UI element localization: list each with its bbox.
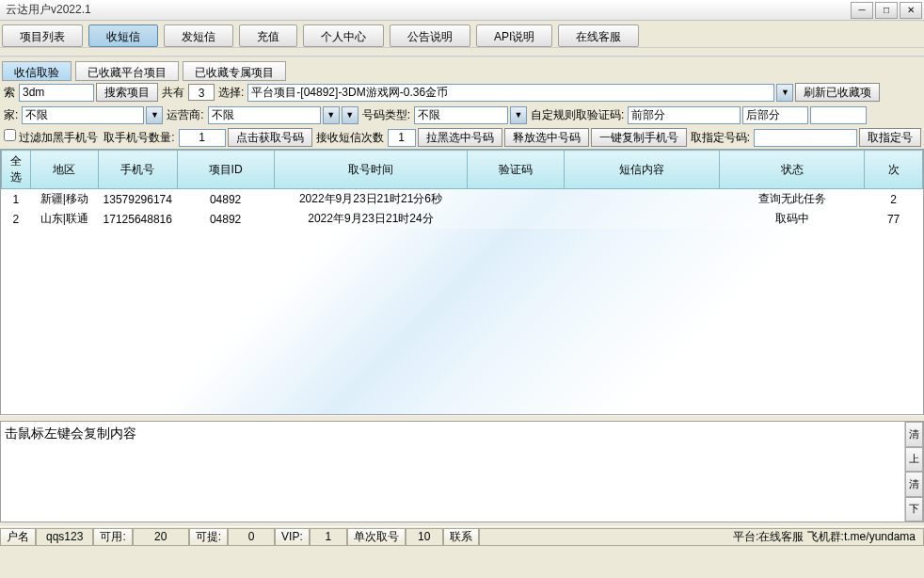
side-clear-1[interactable]: 清	[905, 422, 923, 447]
cell-pid: 04892	[177, 189, 274, 210]
side-down[interactable]: 下	[905, 497, 923, 522]
col-time[interactable]: 取号时间	[274, 151, 468, 189]
get-count-label: 取手机号数量:	[102, 130, 176, 146]
tab-send-sms[interactable]: 发短信	[164, 24, 233, 47]
blacklist-button[interactable]: 拉黑选中号码	[418, 128, 502, 147]
side-buttons: 清 上 清 下	[904, 422, 923, 522]
region-dropdown-icon[interactable]: ▼	[146, 106, 163, 124]
col-msg[interactable]: 短信内容	[565, 151, 720, 189]
tab-announce[interactable]: 公告说明	[390, 24, 470, 47]
custom-rule-back[interactable]	[742, 106, 808, 124]
cell-status: 取码中	[719, 209, 864, 229]
specific-label: 取指定号码:	[689, 130, 752, 146]
custom-rule-extra[interactable]	[810, 106, 867, 124]
cell-phone: 17125648816	[98, 209, 177, 229]
cell-status: 查询无此任务	[719, 189, 864, 210]
cell-phone: 13579296174	[98, 189, 177, 210]
search-row: 索 搜索项目 共有 3 选择: ▼ 刷新已收藏项	[0, 81, 924, 104]
filter-row: 家: ▼ 运营商: ▼ ▼ 号码类型: ▼ 自定规则取验证码:	[0, 104, 924, 126]
search-label: 索	[2, 85, 17, 101]
close-button[interactable]: ✕	[900, 2, 922, 19]
col-status[interactable]: 状态	[719, 151, 864, 189]
project-dropdown-icon[interactable]: ▼	[776, 84, 793, 102]
status-avail-value: 20	[133, 528, 189, 546]
side-clear-2[interactable]: 清	[905, 472, 923, 497]
tab-personal[interactable]: 个人中心	[303, 24, 384, 47]
cell-code	[468, 209, 565, 229]
custom-rule-front[interactable]	[628, 106, 741, 124]
title-bar: 云达用户v2022.1 ─ □ ✕	[0, 0, 924, 21]
total-label: 共有	[160, 85, 186, 101]
cell-count: 77	[865, 209, 923, 229]
custom-rule-label: 自定规则取验证码:	[529, 107, 626, 123]
get-number-button[interactable]: 点击获取号码	[228, 128, 312, 147]
tab-receive-sms[interactable]: 收短信	[88, 24, 158, 47]
side-up[interactable]: 上	[905, 447, 923, 473]
status-avail-label[interactable]: 可用:	[93, 528, 132, 546]
sub-tabs: 收信取验 已收藏平台项目 已收藏专属项目	[0, 56, 924, 81]
cell-idx: 2	[2, 209, 31, 229]
get-specific-button[interactable]: 取指定号	[859, 128, 921, 147]
tab-recharge[interactable]: 充值	[239, 24, 297, 47]
operator-select[interactable]	[208, 106, 321, 124]
tab-project-list[interactable]: 项目列表	[2, 24, 83, 47]
operator-label: 运营商:	[165, 107, 205, 123]
search-button[interactable]: 搜索项目	[96, 83, 158, 102]
status-vip-label[interactable]: VIP:	[275, 528, 310, 546]
region-label: 家:	[2, 107, 20, 123]
cell-region: 山东|联通	[30, 209, 98, 229]
table-row[interactable]: 1新疆|移动13579296174048922022年9月23日21时21分6秒…	[2, 189, 923, 210]
release-button[interactable]: 释放选中号码	[504, 128, 589, 147]
window-controls: ─ □ ✕	[851, 2, 922, 19]
recv-count-input[interactable]	[388, 129, 416, 147]
col-select[interactable]: 全选	[2, 151, 31, 189]
tab-support[interactable]: 在线客服	[558, 24, 639, 47]
col-code[interactable]: 验证码	[468, 151, 565, 189]
status-user-value: qqs123	[36, 528, 93, 546]
action-row: 过滤加黑手机号 取手机号数量: 点击获取号码 接收短信次数 拉黑选中号码 释放选…	[0, 126, 924, 149]
message-panel: 击鼠标左键会复制内容 清 上 清 下	[0, 421, 924, 522]
region-select[interactable]	[22, 106, 144, 124]
filter-black-checkbox[interactable]	[4, 129, 16, 141]
refresh-favorites-button[interactable]: 刷新已收藏项	[795, 83, 880, 102]
project-select[interactable]	[247, 84, 774, 102]
data-table[interactable]: 全选 地区 手机号 项目ID 取号时间 验证码 短信内容 状态 次 1新疆|移动…	[1, 150, 923, 229]
copy-all-button[interactable]: 一键复制手机号	[591, 128, 687, 147]
status-user-label: 户名	[0, 528, 36, 546]
cell-msg	[565, 189, 720, 210]
numtype-dropdown-icon[interactable]: ▼	[510, 106, 527, 124]
subtab-fav-platform[interactable]: 已收藏平台项目	[75, 61, 179, 81]
maximize-button[interactable]: □	[875, 2, 898, 19]
cell-idx: 1	[2, 189, 31, 210]
status-withdraw-value: 0	[228, 528, 275, 546]
select-label: 选择:	[216, 85, 246, 101]
status-contact-label[interactable]: 联系	[443, 528, 479, 546]
cell-time: 2022年9月23日21时21分6秒	[274, 189, 468, 210]
tab-api[interactable]: API说明	[476, 24, 552, 47]
cell-region: 新疆|移动	[30, 189, 98, 210]
message-hint: 击鼠标左键会复制内容	[1, 422, 904, 522]
status-single-label[interactable]: 单次取号	[347, 528, 406, 546]
search-input[interactable]	[19, 84, 94, 102]
numtype-select[interactable]	[414, 106, 508, 124]
cell-pid: 04892	[177, 209, 274, 229]
operator-dropdown-icon[interactable]: ▼	[323, 106, 340, 124]
cell-time: 2022年9月23日21时24分	[274, 209, 468, 229]
col-count[interactable]: 次	[865, 151, 923, 189]
specific-input[interactable]	[754, 129, 857, 147]
col-region[interactable]: 地区	[30, 151, 98, 189]
subtab-fav-exclusive[interactable]: 已收藏专属项目	[183, 61, 286, 81]
status-withdraw-label[interactable]: 可提:	[189, 528, 228, 546]
col-phone[interactable]: 手机号	[98, 151, 177, 189]
subtab-receive-verify[interactable]: 收信取验	[2, 61, 72, 81]
status-bar: 户名 qqs123 可用: 20 可提: 0 VIP: 1 单次取号 10 联系…	[0, 526, 924, 547]
col-pid[interactable]: 项目ID	[177, 151, 274, 189]
cell-code	[468, 189, 565, 210]
status-vip-value: 1	[310, 528, 347, 546]
table-row[interactable]: 2山东|联通17125648816048922022年9月23日21时24分取码…	[2, 209, 923, 229]
extra-dropdown-icon[interactable]: ▼	[342, 106, 358, 124]
minimize-button[interactable]: ─	[851, 2, 873, 19]
cell-msg	[565, 209, 720, 229]
filter-black-label[interactable]: 过滤加黑手机号	[2, 129, 100, 146]
get-count-input[interactable]	[179, 129, 226, 147]
